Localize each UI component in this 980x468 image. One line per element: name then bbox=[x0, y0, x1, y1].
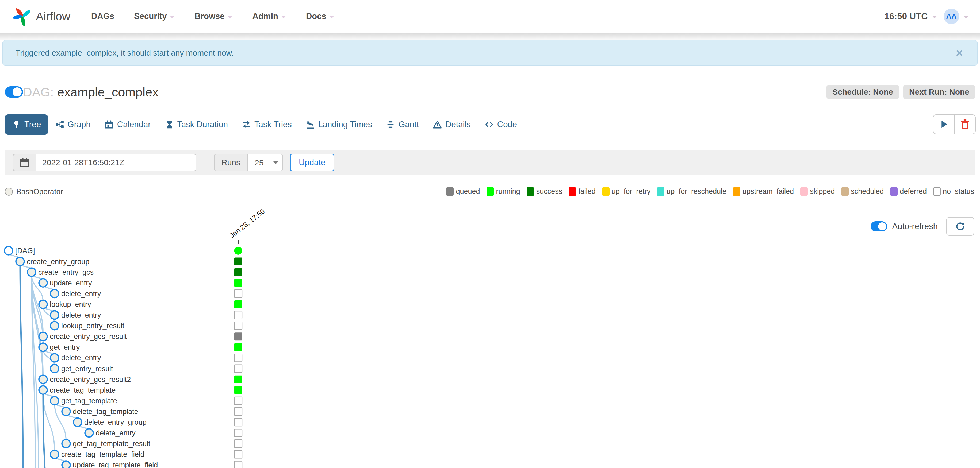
task-instance-status[interactable] bbox=[234, 408, 242, 416]
task-instance-status[interactable] bbox=[234, 300, 242, 308]
task-name[interactable]: delete_entry bbox=[61, 354, 101, 362]
page-title: DAG: example_complex bbox=[23, 85, 159, 100]
chevron-down-icon bbox=[170, 16, 175, 19]
task-instance-status[interactable] bbox=[234, 461, 242, 468]
task-instance-status[interactable] bbox=[234, 290, 242, 297]
tab-calendar[interactable]: Calendar bbox=[98, 114, 158, 135]
task-instance-status[interactable] bbox=[234, 386, 242, 394]
refresh-button[interactable] bbox=[946, 217, 974, 236]
task-name[interactable]: delete_entry bbox=[61, 311, 101, 319]
task-name[interactable]: delete_entry bbox=[96, 429, 135, 437]
task-node-circle[interactable] bbox=[5, 247, 13, 255]
task-name[interactable]: create_entry_group bbox=[27, 258, 89, 266]
num-runs-select[interactable]: 25 bbox=[247, 154, 283, 171]
task-name[interactable]: update_entry bbox=[50, 279, 92, 287]
task-instance-status[interactable] bbox=[234, 397, 242, 405]
task-node-circle[interactable] bbox=[39, 375, 47, 384]
task-instance-status[interactable] bbox=[234, 258, 242, 265]
status-legend: queuedrunningsuccessfailedup_for_retryup… bbox=[446, 187, 974, 196]
task-node-circle[interactable] bbox=[39, 386, 47, 394]
task-name[interactable]: delete_entry_group bbox=[84, 418, 146, 426]
tab-task-duration[interactable]: Task Duration bbox=[158, 114, 235, 135]
legend-item-no-status: no_status bbox=[933, 187, 974, 196]
task-node-circle[interactable] bbox=[51, 322, 59, 330]
tab-gantt[interactable]: Gantt bbox=[379, 114, 426, 135]
task-instance-status[interactable] bbox=[234, 322, 242, 330]
task-name[interactable]: [DAG] bbox=[15, 247, 35, 255]
trigger-dag-button[interactable] bbox=[934, 115, 955, 134]
task-name[interactable]: get_tag_template bbox=[61, 397, 117, 405]
task-instance-status[interactable] bbox=[234, 365, 242, 373]
task-name[interactable]: create_tag_template bbox=[50, 386, 116, 394]
tab-details[interactable]: Details bbox=[426, 114, 478, 135]
task-name[interactable]: create_entry_gcs_result2 bbox=[50, 376, 131, 384]
dag-pause-toggle[interactable] bbox=[5, 86, 23, 98]
user-menu[interactable]: AA bbox=[943, 8, 969, 24]
task-node-circle[interactable] bbox=[51, 397, 59, 405]
task-node-circle[interactable] bbox=[62, 461, 70, 468]
clock-dropdown[interactable]: 16:50 UTC bbox=[885, 11, 937, 21]
calendar-icon bbox=[13, 154, 36, 171]
task-name[interactable]: create_entry_gcs_result bbox=[50, 333, 127, 341]
task-instance-status[interactable] bbox=[234, 439, 242, 447]
tab-landing-times[interactable]: Landing Times bbox=[299, 114, 379, 135]
task-name[interactable]: lookup_entry bbox=[50, 300, 91, 308]
autorefresh-toggle[interactable] bbox=[870, 221, 887, 232]
task-instance-status[interactable] bbox=[234, 451, 242, 458]
tab-tree[interactable]: Tree bbox=[5, 114, 48, 135]
task-node-circle[interactable] bbox=[51, 289, 59, 298]
run-date-header: Jan 28, 17:50 bbox=[228, 208, 266, 240]
tab-code[interactable]: Code bbox=[478, 114, 524, 135]
task-node-circle[interactable] bbox=[27, 268, 36, 276]
legend-item-failed: failed bbox=[569, 187, 596, 196]
task-instance-status[interactable] bbox=[234, 333, 242, 340]
airflow-brand[interactable]: Airflow bbox=[11, 5, 70, 27]
task-instance-status[interactable] bbox=[234, 311, 242, 319]
task-name[interactable]: delete_entry bbox=[61, 290, 101, 298]
tab-task-tries[interactable]: Task Tries bbox=[235, 114, 299, 135]
dag-run-status-circle[interactable] bbox=[234, 247, 242, 255]
code-brackets-icon bbox=[485, 120, 494, 129]
nav-item-browse[interactable]: Browse bbox=[195, 11, 233, 21]
update-button[interactable]: Update bbox=[290, 154, 334, 171]
task-instance-status[interactable] bbox=[234, 418, 242, 426]
tree-view: [DAG]create_entry_groupcreate_entry_gcsu… bbox=[0, 235, 321, 468]
task-node-circle[interactable] bbox=[39, 300, 47, 308]
task-name[interactable]: delete_tag_template bbox=[73, 408, 138, 416]
alert-banner: Triggered example_complex, it should sta… bbox=[2, 40, 978, 66]
dag-header: DAG: example_complex Schedule: None Next… bbox=[5, 80, 975, 104]
task-instance-status[interactable] bbox=[234, 429, 242, 437]
task-name[interactable]: update_tag_template_field bbox=[73, 461, 158, 468]
task-name[interactable]: get_tag_template_result bbox=[73, 439, 150, 448]
task-node-circle[interactable] bbox=[73, 418, 82, 426]
close-icon[interactable]: × bbox=[954, 46, 964, 59]
task-node-circle[interactable] bbox=[62, 407, 70, 416]
task-node-circle[interactable] bbox=[39, 343, 47, 351]
task-node-circle[interactable] bbox=[51, 354, 59, 362]
task-instance-status[interactable] bbox=[234, 279, 242, 287]
task-name[interactable]: get_entry_result bbox=[61, 365, 113, 373]
task-node-circle[interactable] bbox=[62, 439, 70, 448]
task-instance-status[interactable] bbox=[234, 354, 242, 362]
nav-item-admin[interactable]: Admin bbox=[253, 11, 286, 21]
task-name[interactable]: create_entry_gcs bbox=[38, 268, 94, 276]
delete-dag-button[interactable] bbox=[955, 115, 975, 134]
task-node-circle[interactable] bbox=[39, 332, 47, 341]
nav-item-docs[interactable]: Docs bbox=[306, 11, 334, 21]
task-instance-status[interactable] bbox=[234, 376, 242, 383]
nav-item-dags[interactable]: DAGs bbox=[91, 11, 114, 21]
task-node-circle[interactable] bbox=[16, 257, 24, 266]
task-node-circle[interactable] bbox=[51, 365, 59, 373]
task-name[interactable]: create_tag_template_field bbox=[61, 451, 145, 458]
task-instance-status[interactable] bbox=[234, 343, 242, 351]
task-node-circle[interactable] bbox=[39, 279, 47, 287]
task-name[interactable]: get_entry bbox=[50, 343, 80, 351]
task-node-circle[interactable] bbox=[51, 450, 59, 458]
nav-item-security[interactable]: Security bbox=[134, 11, 175, 21]
task-name[interactable]: lookup_entry_result bbox=[61, 322, 124, 330]
task-instance-status[interactable] bbox=[234, 268, 242, 276]
base-date-input[interactable] bbox=[36, 154, 196, 171]
task-node-circle[interactable] bbox=[51, 311, 59, 319]
tab-graph[interactable]: Graph bbox=[48, 114, 98, 135]
task-node-circle[interactable] bbox=[85, 429, 93, 437]
